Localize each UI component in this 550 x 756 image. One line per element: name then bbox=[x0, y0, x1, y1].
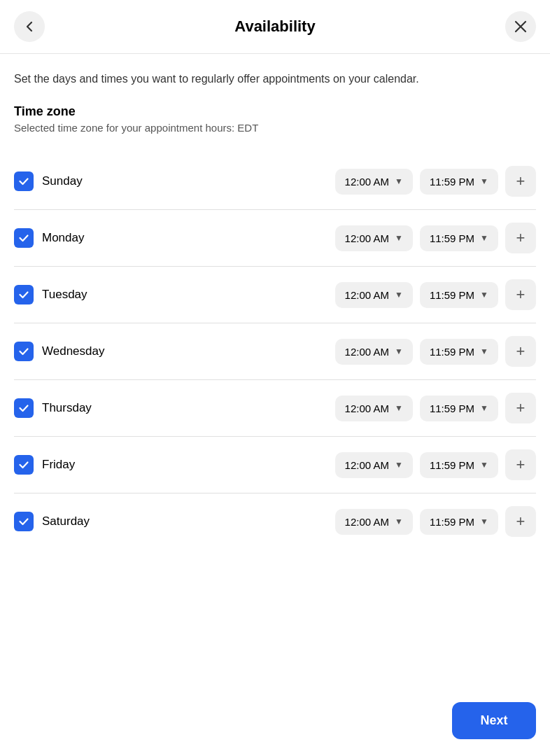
end-time-value-sunday: 11:59 PM bbox=[430, 176, 474, 188]
time-controls-monday: 12:00 AM ▼ 11:59 PM ▼ + bbox=[335, 223, 536, 253]
checkbox-saturday[interactable] bbox=[14, 512, 34, 531]
add-time-slot-sunday[interactable]: + bbox=[505, 166, 536, 197]
day-label-monday: Monday bbox=[42, 231, 327, 245]
back-button[interactable] bbox=[14, 11, 45, 42]
add-time-slot-thursday[interactable]: + bbox=[505, 393, 536, 424]
day-label-saturday: Saturday bbox=[42, 514, 327, 528]
page-title: Availability bbox=[234, 18, 315, 36]
day-label-friday: Friday bbox=[42, 458, 327, 472]
end-time-chevron-thursday: ▼ bbox=[480, 403, 488, 413]
start-time-tuesday[interactable]: 12:00 AM ▼ bbox=[335, 282, 413, 308]
end-time-value-friday: 11:59 PM bbox=[430, 459, 474, 471]
end-time-value-tuesday: 11:59 PM bbox=[430, 289, 474, 301]
start-time-value-saturday: 12:00 AM bbox=[345, 516, 389, 528]
next-button[interactable]: Next bbox=[452, 702, 536, 739]
day-row-thursday: Thursday 12:00 AM ▼ 11:59 PM ▼ + bbox=[14, 380, 536, 437]
timezone-info: Selected time zone for your appointment … bbox=[14, 122, 536, 134]
time-controls-saturday: 12:00 AM ▼ 11:59 PM ▼ + bbox=[335, 506, 536, 537]
timezone-title: Time zone bbox=[14, 104, 536, 119]
checkbox-wednesday[interactable] bbox=[14, 342, 34, 361]
end-time-chevron-wednesday: ▼ bbox=[480, 346, 488, 356]
time-controls-wednesday: 12:00 AM ▼ 11:59 PM ▼ + bbox=[335, 336, 536, 367]
end-time-thursday[interactable]: 11:59 PM ▼ bbox=[420, 396, 498, 421]
day-row-saturday: Saturday 12:00 AM ▼ 11:59 PM ▼ + bbox=[14, 493, 536, 550]
end-time-chevron-sunday: ▼ bbox=[480, 176, 488, 186]
add-time-slot-tuesday[interactable]: + bbox=[505, 279, 536, 310]
start-time-chevron-friday: ▼ bbox=[395, 460, 403, 470]
checkbox-monday[interactable] bbox=[14, 228, 34, 248]
start-time-monday[interactable]: 12:00 AM ▼ bbox=[335, 225, 413, 251]
timezone-section: Time zone Selected time zone for your ap… bbox=[14, 104, 536, 134]
end-time-chevron-tuesday: ▼ bbox=[480, 290, 488, 300]
days-list: Sunday 12:00 AM ▼ 11:59 PM ▼ + Monday bbox=[14, 153, 536, 550]
end-time-value-wednesday: 11:59 PM bbox=[430, 346, 474, 358]
start-time-wednesday[interactable]: 12:00 AM ▼ bbox=[335, 339, 413, 365]
day-row-tuesday: Tuesday 12:00 AM ▼ 11:59 PM ▼ + bbox=[14, 267, 536, 323]
start-time-value-friday: 12:00 AM bbox=[345, 459, 389, 471]
day-row-wednesday: Wednesday 12:00 AM ▼ 11:59 PM ▼ + bbox=[14, 323, 536, 380]
time-controls-friday: 12:00 AM ▼ 11:59 PM ▼ + bbox=[335, 449, 536, 480]
day-label-tuesday: Tuesday bbox=[42, 288, 327, 302]
day-label-sunday: Sunday bbox=[42, 174, 327, 188]
add-time-slot-saturday[interactable]: + bbox=[505, 506, 536, 537]
end-time-chevron-monday: ▼ bbox=[480, 233, 488, 243]
main-content: Set the days and times you want to regul… bbox=[0, 54, 550, 620]
end-time-saturday[interactable]: 11:59 PM ▼ bbox=[420, 509, 498, 535]
start-time-value-thursday: 12:00 AM bbox=[345, 402, 389, 414]
start-time-chevron-wednesday: ▼ bbox=[395, 346, 403, 356]
start-time-friday[interactable]: 12:00 AM ▼ bbox=[335, 452, 413, 478]
checkbox-tuesday[interactable] bbox=[14, 285, 34, 304]
end-time-friday[interactable]: 11:59 PM ▼ bbox=[420, 452, 498, 478]
start-time-chevron-tuesday: ▼ bbox=[395, 290, 403, 300]
start-time-sunday[interactable]: 12:00 AM ▼ bbox=[335, 169, 413, 195]
end-time-wednesday[interactable]: 11:59 PM ▼ bbox=[420, 339, 498, 365]
day-row-sunday: Sunday 12:00 AM ▼ 11:59 PM ▼ + bbox=[14, 153, 536, 210]
time-controls-tuesday: 12:00 AM ▼ 11:59 PM ▼ + bbox=[335, 279, 536, 310]
start-time-saturday[interactable]: 12:00 AM ▼ bbox=[335, 509, 413, 535]
add-time-slot-friday[interactable]: + bbox=[505, 449, 536, 480]
checkbox-thursday[interactable] bbox=[14, 398, 34, 418]
add-time-slot-wednesday[interactable]: + bbox=[505, 336, 536, 367]
day-row-monday: Monday 12:00 AM ▼ 11:59 PM ▼ + bbox=[14, 210, 536, 267]
start-time-value-wednesday: 12:00 AM bbox=[345, 346, 389, 358]
time-controls-sunday: 12:00 AM ▼ 11:59 PM ▼ + bbox=[335, 166, 536, 197]
end-time-monday[interactable]: 11:59 PM ▼ bbox=[420, 225, 498, 251]
start-time-chevron-sunday: ▼ bbox=[395, 176, 403, 186]
end-time-chevron-saturday: ▼ bbox=[480, 517, 488, 526]
end-time-value-thursday: 11:59 PM bbox=[430, 402, 474, 414]
day-row-friday: Friday 12:00 AM ▼ 11:59 PM ▼ + bbox=[14, 437, 536, 493]
end-time-tuesday[interactable]: 11:59 PM ▼ bbox=[420, 282, 498, 308]
start-time-chevron-monday: ▼ bbox=[395, 233, 403, 243]
checkbox-sunday[interactable] bbox=[14, 172, 34, 191]
start-time-chevron-thursday: ▼ bbox=[395, 403, 403, 413]
end-time-value-saturday: 11:59 PM bbox=[430, 516, 474, 528]
day-label-thursday: Thursday bbox=[42, 401, 327, 415]
checkbox-friday[interactable] bbox=[14, 455, 34, 475]
close-button[interactable] bbox=[505, 11, 536, 42]
time-controls-thursday: 12:00 AM ▼ 11:59 PM ▼ + bbox=[335, 393, 536, 424]
start-time-value-monday: 12:00 AM bbox=[345, 232, 389, 244]
start-time-thursday[interactable]: 12:00 AM ▼ bbox=[335, 396, 413, 421]
day-label-wednesday: Wednesday bbox=[42, 344, 327, 358]
footer: Next bbox=[0, 691, 550, 756]
start-time-value-tuesday: 12:00 AM bbox=[345, 289, 389, 301]
end-time-sunday[interactable]: 11:59 PM ▼ bbox=[420, 169, 498, 195]
end-time-chevron-friday: ▼ bbox=[480, 460, 488, 470]
add-time-slot-monday[interactable]: + bbox=[505, 223, 536, 253]
end-time-value-monday: 11:59 PM bbox=[430, 232, 474, 244]
description-text: Set the days and times you want to regul… bbox=[14, 71, 536, 88]
start-time-chevron-saturday: ▼ bbox=[395, 517, 403, 526]
start-time-value-sunday: 12:00 AM bbox=[345, 176, 389, 188]
header: Availability bbox=[0, 0, 550, 54]
